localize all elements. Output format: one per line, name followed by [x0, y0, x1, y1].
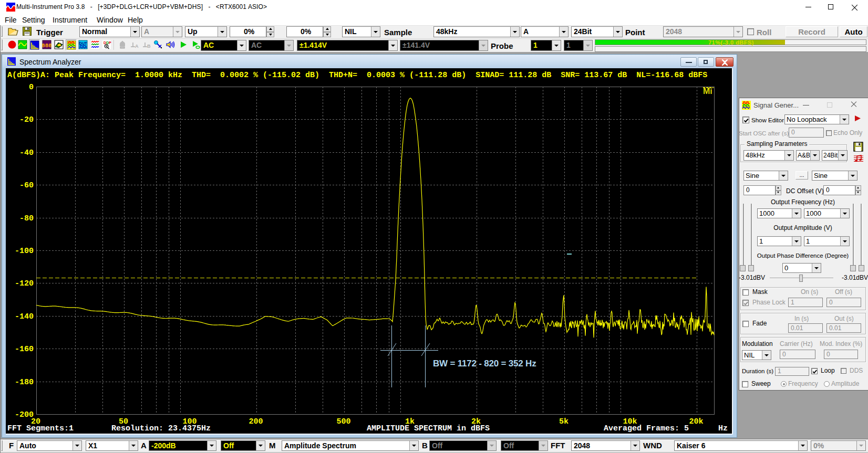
svg-text:888: 888	[42, 43, 51, 49]
svg-text:P: P	[109, 41, 111, 45]
svg-text:FFT Segments:1: FFT Segments:1	[7, 424, 74, 433]
svg-text:-140: -140	[15, 312, 34, 321]
svg-text:BW = 1172 - 820 = 352 Hz: BW = 1172 - 820 = 352 Hz	[433, 359, 536, 368]
svg-text:20k: 20k	[689, 417, 703, 426]
svg-text:-40: -40	[19, 149, 34, 157]
svg-text:AMPLITUDE SPECTRUM in dBFS: AMPLITUDE SPECTRUM in dBFS	[367, 424, 490, 433]
svg-text:A: A	[135, 44, 139, 49]
svg-text:-180: -180	[15, 378, 34, 387]
svg-text:Hz: Hz	[718, 424, 728, 433]
svg-text:Averaged Frames: 5: Averaged Frames: 5	[604, 424, 689, 433]
svg-text:-80: -80	[19, 214, 34, 223]
svg-text:-160: -160	[15, 345, 34, 354]
svg-text:200: 200	[249, 417, 263, 426]
svg-text:A(dBFS)A: Peak Frequency= 1.0: A(dBFS)A: Peak Frequency= 1.0000 kHz THD…	[7, 71, 707, 80]
svg-text:B: B	[147, 44, 151, 49]
svg-text:-100: -100	[15, 247, 34, 256]
svg-text:0: 0	[29, 83, 34, 92]
svg-text:-20: -20	[19, 115, 34, 124]
svg-text:5k: 5k	[559, 417, 569, 426]
svg-text:-120: -120	[15, 279, 34, 288]
svg-text:-60: -60	[19, 181, 34, 190]
svg-text:500: 500	[336, 417, 350, 426]
svg-text:Resolution: 23.4375Hz: Resolution: 23.4375Hz	[111, 424, 211, 433]
